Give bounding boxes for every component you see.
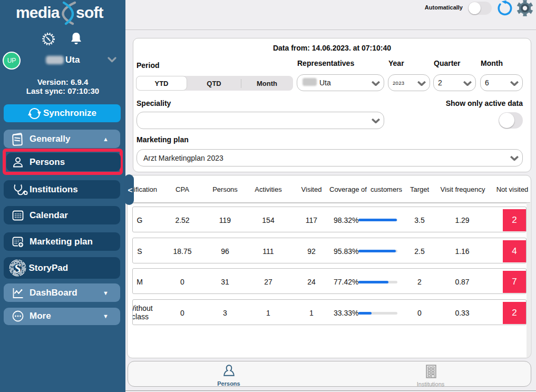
svg-text:media: media: [16, 4, 60, 21]
svg-text:soft: soft: [76, 4, 104, 21]
svg-text:S: S: [14, 261, 21, 275]
